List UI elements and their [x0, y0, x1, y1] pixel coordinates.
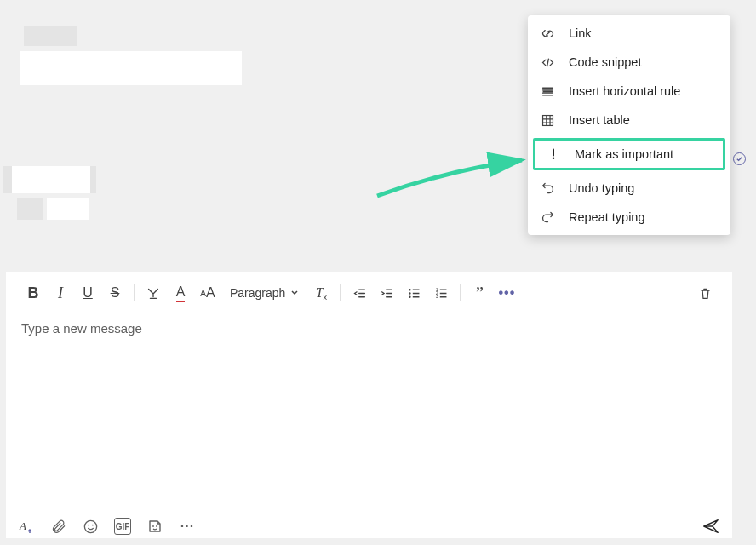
- link-icon: [540, 26, 555, 41]
- chevron-down-icon: [290, 289, 299, 297]
- svg-point-1: [553, 158, 555, 160]
- svg-point-3: [409, 292, 410, 294]
- menu-undo[interactable]: Undo typing: [528, 174, 730, 203]
- font-size-button[interactable]: AA: [194, 280, 221, 306]
- svg-point-9: [84, 520, 96, 532]
- font-color-button[interactable]: A: [167, 280, 194, 306]
- toolbar-divider: [134, 284, 135, 301]
- paragraph-style-dropdown[interactable]: Paragraph: [221, 280, 307, 306]
- gif-label: GIF: [114, 518, 131, 535]
- gif-button[interactable]: GIF: [113, 517, 132, 536]
- menu-mark-important[interactable]: Mark as important: [533, 138, 725, 170]
- toolbar-divider: [460, 284, 461, 301]
- svg-point-13: [156, 525, 158, 527]
- toolbar-divider: [340, 284, 341, 301]
- seen-check-icon: [733, 152, 746, 165]
- attach-button[interactable]: [49, 517, 67, 536]
- highlight-button[interactable]: [140, 280, 167, 306]
- svg-point-10: [88, 524, 89, 525]
- message-input[interactable]: Type a new message: [6, 313, 732, 510]
- svg-point-12: [152, 525, 154, 527]
- bg-block: [17, 198, 43, 220]
- menu-undo-label: Undo typing: [569, 181, 634, 195]
- format-toggle-button[interactable]: A: [16, 517, 35, 536]
- outdent-button[interactable]: [346, 280, 373, 306]
- emoji-button[interactable]: [81, 517, 100, 536]
- more-button[interactable]: •••: [493, 280, 520, 306]
- menu-code-snippet[interactable]: Code snippet: [528, 48, 730, 77]
- bg-block: [47, 198, 89, 220]
- underline-button[interactable]: U: [74, 280, 101, 306]
- svg-point-4: [409, 295, 410, 297]
- redo-icon: [540, 209, 555, 225]
- menu-horizontal-rule[interactable]: Insert horizontal rule: [528, 77, 730, 106]
- compose-actions: A GIF ···: [6, 510, 732, 538]
- menu-hr-label: Insert horizontal rule: [569, 84, 680, 98]
- bg-block: [24, 26, 77, 46]
- menu-code-label: Code snippet: [569, 55, 641, 69]
- sticker-button[interactable]: [146, 517, 164, 536]
- message-placeholder: Type a new message: [21, 321, 142, 336]
- delete-button[interactable]: [691, 280, 719, 306]
- menu-insert-table[interactable]: Insert table: [528, 106, 730, 135]
- menu-link-label: Link: [569, 26, 592, 40]
- paragraph-label: Paragraph: [230, 286, 285, 300]
- svg-point-2: [409, 289, 410, 290]
- strike-button[interactable]: S: [101, 280, 129, 306]
- undo-icon: [540, 181, 555, 196]
- annotation-arrow: [370, 145, 532, 204]
- bg-block: [12, 166, 90, 193]
- menu-link[interactable]: Link: [528, 19, 730, 48]
- italic-button[interactable]: I: [47, 280, 74, 306]
- menu-redo[interactable]: Repeat typing: [528, 203, 730, 232]
- code-icon: [540, 54, 555, 70]
- compose-box: B I U S A AA Paragraph Tx 123 ” •••: [6, 272, 732, 538]
- numbered-list-button[interactable]: 123: [427, 280, 455, 306]
- important-icon: [546, 146, 561, 162]
- clear-format-button[interactable]: Tx: [307, 280, 335, 306]
- menu-table-label: Insert table: [569, 113, 630, 127]
- hr-icon: [540, 83, 555, 99]
- format-toolbar: B I U S A AA Paragraph Tx 123 ” •••: [6, 272, 732, 313]
- svg-text:3: 3: [436, 294, 438, 299]
- menu-redo-label: Repeat typing: [569, 210, 644, 224]
- send-button[interactable]: [702, 517, 720, 536]
- bold-button[interactable]: B: [20, 280, 47, 306]
- quote-button[interactable]: ”: [466, 280, 493, 306]
- more-options-menu: Link Code snippet Insert horizontal rule…: [528, 15, 730, 235]
- menu-important-label: Mark as important: [575, 147, 673, 161]
- svg-text:A: A: [19, 519, 26, 532]
- indent-button[interactable]: [373, 280, 400, 306]
- svg-rect-0: [542, 115, 553, 125]
- bulleted-list-button[interactable]: [400, 280, 427, 306]
- more-actions-button[interactable]: ···: [178, 517, 197, 536]
- svg-point-11: [91, 524, 93, 525]
- table-icon: [540, 112, 555, 128]
- bg-block: [20, 51, 242, 85]
